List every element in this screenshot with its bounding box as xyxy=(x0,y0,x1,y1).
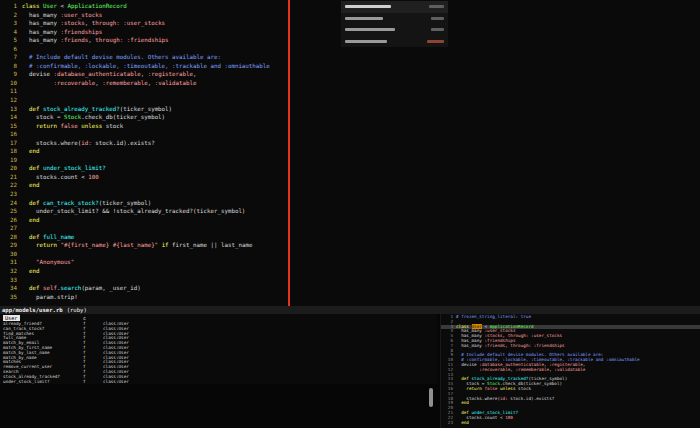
code-text: end xyxy=(22,147,39,156)
line-number: 16 xyxy=(0,130,22,139)
popup-row[interactable] xyxy=(341,13,448,25)
popup-text-bar xyxy=(345,17,383,20)
code-text: stocks.where(id: stock.id).exists? xyxy=(22,139,155,148)
popup-text-bar xyxy=(345,5,391,8)
line-number: 23 xyxy=(441,421,456,426)
code-line: 30 xyxy=(0,250,700,259)
code-line: 32 end xyxy=(0,267,700,276)
code-line: 17 stocks.where(id: stock.id).exists? xyxy=(0,139,700,148)
popup-meta-bar xyxy=(427,40,444,43)
line-number: 23 xyxy=(0,190,22,199)
line-number: 20 xyxy=(0,164,22,173)
code-text: def can_track_stock?(ticker_symbol) xyxy=(22,199,151,208)
line-number: 5 xyxy=(0,36,22,45)
code-line: 33 xyxy=(0,276,700,285)
code-line: 35 param.strip! xyxy=(0,293,700,302)
code-line: 9 devise :database_authenticatable, :reg… xyxy=(0,70,700,79)
code-line: 23 end xyxy=(441,421,700,426)
code-text: param.strip! xyxy=(22,293,78,302)
popup-meta-bar xyxy=(431,17,444,20)
code-line: 20 def under_stock_limit? xyxy=(0,164,700,173)
line-number: 32 xyxy=(0,267,22,276)
code-line: 11 xyxy=(0,87,700,96)
tag-name: under_stock_limit? xyxy=(0,380,83,385)
code-line: 7 # Include default devise modules. Othe… xyxy=(0,53,700,62)
popup-row[interactable] xyxy=(341,36,448,48)
tag-header-kind: c xyxy=(83,315,103,322)
code-line: 10 :recoverable, :rememberable, :validat… xyxy=(0,79,700,88)
code-text: stocks.count < 100 xyxy=(22,173,99,182)
code-text: stocks.where(id: stock.id).exists? xyxy=(456,397,554,402)
line-number: 30 xyxy=(0,250,22,259)
code-line: 22 end xyxy=(0,181,700,190)
line-number: 9 xyxy=(0,70,22,79)
line-number: 33 xyxy=(0,276,22,285)
line-number: 12 xyxy=(0,96,22,105)
code-text: :recoverable, :rememberable, :validatabl… xyxy=(456,368,585,373)
tag-rows: already_friend?fclass:Usercan_track_stoc… xyxy=(0,322,437,384)
code-line: 24 def can_track_stock?(ticker_symbol) xyxy=(0,199,700,208)
popup-row[interactable] xyxy=(341,1,448,13)
line-number: 6 xyxy=(0,45,22,54)
line-number: 14 xyxy=(0,113,22,122)
code-text: "Anonymous" xyxy=(22,258,74,267)
line-number: 34 xyxy=(0,284,22,293)
line-number: 4 xyxy=(0,28,22,37)
preview-pane: 1# frozen_string_literal: true23class Us… xyxy=(440,314,700,428)
code-line: 16 xyxy=(0,130,700,139)
line-number: 28 xyxy=(0,233,22,242)
code-text: # Include default devise modules. Others… xyxy=(22,53,221,62)
code-text: has_many :user_stocks xyxy=(22,11,102,20)
code-text: has_many :friends, through: :friendships xyxy=(22,36,169,45)
code-text: def under_stock_limit? xyxy=(22,164,106,173)
floating-popup[interactable] xyxy=(341,1,448,47)
tag-header: User c xyxy=(0,315,437,322)
preview-code: 1# frozen_string_literal: true23class Us… xyxy=(441,315,700,425)
statusbar: app/models/user.rb (ruby) xyxy=(0,306,700,314)
tag-header-scope xyxy=(103,315,437,322)
code-line: 14 stock = Stock.check_db(ticker_symbol) xyxy=(0,113,700,122)
code-text: end xyxy=(22,216,39,225)
statusbar-filename: app/models/user.rb xyxy=(2,306,63,314)
code-text: end xyxy=(22,181,39,190)
code-line: 25 under_stock_limit? && !stock_already_… xyxy=(0,207,700,216)
code-text: end xyxy=(456,401,469,406)
code-line: 19 xyxy=(0,156,700,165)
code-line: 18 end xyxy=(0,147,700,156)
line-number: 21 xyxy=(0,173,22,182)
line-number: 24 xyxy=(0,199,22,208)
colorcolumn-ruler xyxy=(288,0,290,306)
line-number: 7 xyxy=(0,53,22,62)
code-text: return false unless stock xyxy=(456,387,531,392)
code-text: under_stock_limit? && !stock_already_tra… xyxy=(22,207,245,216)
scrollbar-thumb[interactable] xyxy=(429,388,433,407)
line-number: 25 xyxy=(0,207,22,216)
code-line: 34 def self.search(param, _user_id) xyxy=(0,284,700,293)
code-text: # frozen_string_literal: true xyxy=(456,315,531,320)
line-number: 15 xyxy=(0,122,22,131)
code-line: 27 xyxy=(0,224,700,233)
code-text: return false unless stock xyxy=(22,122,123,131)
tag-kind: f xyxy=(83,380,103,385)
tag-picker[interactable]: User c already_friend?fclass:Usercan_tra… xyxy=(0,314,437,384)
code-line: 29 return "#{first_name} #{last_name}" i… xyxy=(0,241,700,250)
code-line: 26 end xyxy=(0,216,700,225)
tag-scope: class:User xyxy=(103,380,437,385)
popup-text-bar xyxy=(345,40,387,43)
line-number: 10 xyxy=(0,79,22,88)
vim-terminal: 1class User < ApplicationRecord2 has_man… xyxy=(0,0,700,428)
code-text: def self.search(param, _user_id) xyxy=(22,284,141,293)
code-text: # :confirmable, :lockable, :timeoutable,… xyxy=(22,62,270,71)
code-text: def stock_already_tracked?(ticker_symbol… xyxy=(22,105,172,114)
line-number: 8 xyxy=(0,62,22,71)
popup-row[interactable] xyxy=(341,24,448,36)
line-number: 26 xyxy=(0,216,22,225)
code-text: stock = Stock.check_db(ticker_symbol) xyxy=(22,113,165,122)
popup-meta-bar xyxy=(431,28,444,31)
code-text: def full_name xyxy=(22,233,74,242)
tag-row[interactable]: under_stock_limit?fclass:User xyxy=(0,380,437,385)
code-text: has_many :friendships xyxy=(22,28,102,37)
popup-meta-bar xyxy=(429,5,444,8)
code-line: 23 xyxy=(0,190,700,199)
code-text: end xyxy=(456,421,469,426)
